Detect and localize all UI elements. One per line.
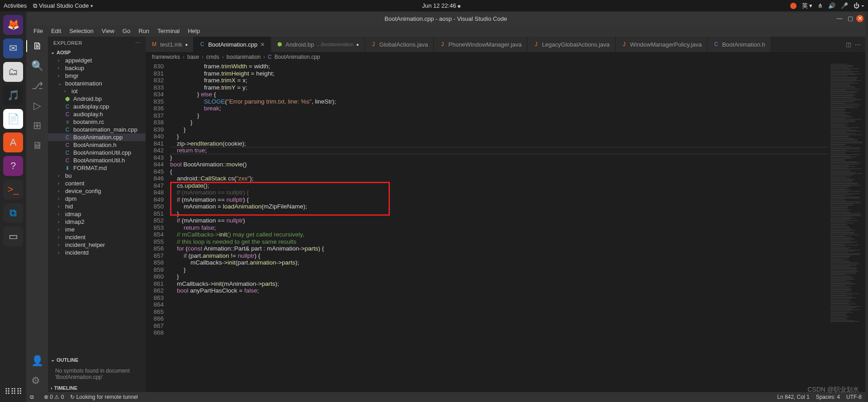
minimap[interactable] [827, 62, 865, 392]
desktop-icon[interactable]: ▭ [3, 227, 23, 246]
crumb-bootanimation[interactable]: bootanimation [227, 54, 261, 60]
tree-item-appwidget[interactable]: ›appwidget [48, 57, 146, 64]
tree-item-idmap[interactable]: ›idmap [48, 210, 146, 218]
remote-explorer-icon[interactable]: 🖥 [32, 140, 42, 151]
more-actions-icon[interactable]: ⋯ [855, 41, 861, 48]
encoding-status[interactable]: UTF-8 [846, 394, 862, 400]
close-button[interactable]: ✕ [856, 15, 863, 22]
menu-go[interactable]: Go [119, 27, 134, 35]
explorer-more-icon[interactable]: ⋯ [135, 40, 141, 46]
tab-close-icon[interactable]: ✕ [260, 41, 265, 48]
mic-icon[interactable]: 🎤 [841, 2, 848, 9]
tree-item-android-bp[interactable]: ⬢Android.bp [48, 95, 146, 103]
tab-globalactions-java[interactable]: JGlobalActions.java [365, 37, 434, 52]
tree-item-idmap2[interactable]: ›idmap2 [48, 218, 146, 226]
tree-item-hid[interactable]: ›hid [48, 203, 146, 210]
minimize-button[interactable]: — [835, 15, 844, 22]
timeline-section[interactable]: › TIMELINE [48, 384, 146, 392]
menu-selection[interactable]: Selection [66, 27, 97, 35]
menu-run[interactable]: Run [135, 27, 153, 35]
split-editor-icon[interactable]: ◫ [846, 41, 851, 48]
activities-button[interactable]: Activities [4, 2, 27, 9]
tab-test1-mk[interactable]: Mtest1.mk● [146, 37, 194, 52]
run-debug-icon[interactable]: ▷ [33, 100, 41, 112]
menu-edit[interactable]: Edit [47, 27, 65, 35]
tree-item-bootanimation-h[interactable]: CBootAnimation.h [48, 141, 146, 149]
tree-item-device-config[interactable]: ›device_config [48, 187, 146, 195]
menu-file[interactable]: File [30, 27, 47, 35]
menu-bar: FileEditSelectionViewGoRunTerminalHelp [26, 25, 865, 37]
clock[interactable]: Jun 12 22:46 [422, 2, 456, 9]
tree-item-bu[interactable]: ›bu [48, 172, 146, 180]
tree-item-audioplay-cpp[interactable]: Caudioplay.cpp [48, 103, 146, 110]
vscode-window: BootAnimation.cpp - aosp - Visual Studio… [26, 12, 865, 402]
indent-status[interactable]: Spaces: 4 [816, 394, 840, 400]
tab-android-bp[interactable]: ⬢Android.bp.../bootanimation● [271, 37, 365, 52]
show-apps-icon[interactable]: ⠿⠿⠿ [5, 387, 22, 397]
tab-bootanimation-cpp[interactable]: CBootAnimation.cpp✕ [194, 37, 271, 52]
tree-item-bootanim-rc[interactable]: ≡bootanim.rc [48, 118, 146, 126]
power-icon[interactable]: ⏻ ▾ [854, 2, 864, 9]
tab-bootanimation-h[interactable]: CBootAnimation.h [707, 37, 771, 52]
search-icon[interactable]: 🔍 [31, 60, 43, 72]
menu-terminal[interactable]: Terminal [154, 27, 183, 35]
tree-item-bootanimation[interactable]: ⌄bootanimation [48, 80, 146, 87]
libreoffice-icon[interactable]: 📄 [3, 109, 23, 129]
tree-item-backup[interactable]: ›backup [48, 64, 146, 72]
crumb-base[interactable]: base [187, 54, 199, 60]
settings-gear-icon[interactable]: ⚙ [31, 375, 43, 387]
tab-windowmanagerpolicy-java[interactable]: JWindowManagerPolicy.java [616, 37, 708, 52]
tab-legacyglobalactions-java[interactable]: JLegacyGlobalActions.java [527, 37, 616, 52]
tree-item-incident-helper[interactable]: ›incident_helper [48, 241, 146, 249]
explorer-sidebar: EXPLORER ⋯ ⌄ AOSP ›appwidget›backup›bmgr… [48, 37, 146, 392]
tree-item-dpm[interactable]: ›dpm [48, 195, 146, 203]
input-method[interactable]: 英 ▾ [802, 2, 813, 10]
outline-section[interactable]: ⌄ OUTLINE [48, 355, 146, 364]
tree-item-bootanimation-main-cpp[interactable]: Cbootanimation_main.cpp [48, 126, 146, 133]
rhythmbox-icon[interactable]: 🎵 [3, 85, 23, 105]
tree-item-audioplay-h[interactable]: Caudioplay.h [48, 110, 146, 118]
remote-indicator[interactable]: ⧉ [26, 392, 38, 402]
crumb-frameworks[interactable]: frameworks [152, 54, 180, 60]
volume-icon[interactable]: 🔊 [828, 2, 835, 9]
source-control-icon[interactable]: ⎇ [32, 80, 43, 92]
problems-status[interactable]: ⊗ 0 ⚠ 0 [44, 394, 64, 400]
software-icon[interactable]: A [3, 132, 23, 152]
notification-icon[interactable] [790, 3, 797, 9]
cursor-position[interactable]: Ln 842, Col 1 [777, 394, 809, 400]
tree-item-bmgr[interactable]: ›bmgr [48, 72, 146, 80]
terminal-icon[interactable]: >_ [3, 180, 23, 199]
remote-tunnel-status[interactable]: ↻ Looking for remote tunnel [70, 394, 138, 400]
tree-item-bootanimation-cpp[interactable]: CBootAnimation.cpp [48, 133, 146, 141]
network-icon[interactable]: ⋔ [818, 2, 823, 9]
vscode-dock-icon[interactable]: ⧉ [3, 203, 23, 223]
tree-item-format-md[interactable]: ⬇FORMAT.md [48, 164, 146, 172]
tree-item-iot[interactable]: ›iot [48, 87, 146, 95]
tree-item-bootanimationutil-h[interactable]: CBootAnimationUtil.h [48, 156, 146, 164]
menu-help[interactable]: Help [184, 27, 204, 35]
extensions-icon[interactable]: ⊞ [33, 120, 41, 132]
app-menu[interactable]: ⧉ Visual Studio Code ▾ [33, 2, 93, 9]
help-icon[interactable]: ? [3, 156, 23, 176]
firefox-icon[interactable]: 🦊 [3, 15, 23, 35]
tree-item-incident[interactable]: ›incident [48, 233, 146, 241]
account-icon[interactable]: 👤 [31, 355, 43, 367]
tree-item-incidentd[interactable]: ›incidentd [48, 249, 146, 256]
menu-view[interactable]: View [98, 27, 118, 35]
crumb-cmds[interactable]: cmds [206, 54, 219, 60]
tree-item-content[interactable]: ›content [48, 180, 146, 187]
explorer-title: EXPLORER [53, 40, 82, 46]
crumb-BootAnimation.cpp[interactable]: BootAnimation.cpp [275, 54, 320, 60]
explorer-icon[interactable]: 🗎 [26, 40, 48, 52]
thunderbird-icon[interactable]: ✉ [3, 38, 23, 58]
breadcrumb[interactable]: frameworks›base›cmds›bootanimation›C Boo… [146, 52, 865, 62]
project-section[interactable]: ⌄ AOSP [48, 48, 146, 57]
files-icon[interactable]: 🗂 [3, 62, 23, 82]
maximize-button[interactable]: ▢ [845, 15, 855, 22]
tab-phonewindowmanager-java[interactable]: JPhoneWindowManager.java [434, 37, 527, 52]
tree-item-ime[interactable]: ›ime [48, 226, 146, 233]
code-editor[interactable]: frame.trimWidth = width; frame.trimHeigh… [170, 62, 827, 392]
tree-item-bootanimationutil-cpp[interactable]: CBootAnimationUtil.cpp [48, 149, 146, 156]
window-titlebar[interactable]: BootAnimation.cpp - aosp - Visual Studio… [26, 12, 865, 25]
status-bar: ⧉ ⊗ 0 ⚠ 0 ↻ Looking for remote tunnel Ln… [26, 392, 865, 402]
